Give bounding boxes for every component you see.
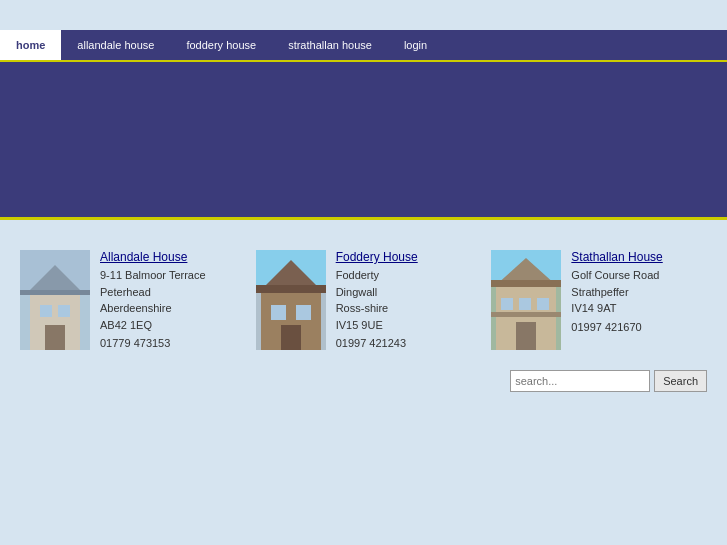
nav-bar: home allandale house foddery house strat… — [0, 30, 727, 60]
stathallan-info: Stathallan House Golf Course Road Strath… — [571, 250, 707, 333]
nav-item-allandale[interactable]: allandale house — [61, 30, 170, 60]
nav-item-foddery[interactable]: foddery house — [170, 30, 272, 60]
nav-item-login[interactable]: login — [388, 30, 443, 60]
allandale-phone: 01779 473153 — [100, 337, 236, 349]
svg-rect-12 — [271, 305, 286, 320]
svg-rect-5 — [58, 305, 70, 317]
svg-rect-15 — [256, 285, 326, 293]
properties-row: Allandale House 9-11 Balmoor Terrace Pet… — [20, 250, 707, 350]
hero-banner — [0, 60, 727, 220]
svg-rect-24 — [491, 280, 561, 287]
allandale-name-link[interactable]: Allandale House — [100, 250, 236, 264]
search-input[interactable] — [510, 370, 650, 392]
stathallan-name-link[interactable]: Stathallan House — [571, 250, 707, 264]
svg-rect-22 — [537, 298, 549, 310]
foddery-name-link[interactable]: Foddery House — [336, 250, 472, 264]
search-area: Search — [20, 370, 707, 392]
svg-rect-25 — [491, 312, 561, 317]
stathallan-phone: 01997 421670 — [571, 321, 707, 333]
svg-rect-21 — [519, 298, 531, 310]
allandale-info: Allandale House 9-11 Balmoor Terrace Pet… — [100, 250, 236, 349]
svg-rect-13 — [296, 305, 311, 320]
search-button[interactable]: Search — [654, 370, 707, 392]
svg-rect-14 — [281, 325, 301, 350]
nav-item-strathallan[interactable]: strathallan house — [272, 30, 388, 60]
nav-item-home[interactable]: home — [0, 30, 61, 60]
svg-rect-4 — [40, 305, 52, 317]
svg-rect-20 — [501, 298, 513, 310]
main-content: Allandale House 9-11 Balmoor Terrace Pet… — [0, 220, 727, 422]
header: home allandale house foddery house strat… — [0, 0, 727, 60]
svg-rect-7 — [20, 290, 90, 295]
property-card-stathallan: Stathallan House Golf Course Road Strath… — [491, 250, 707, 350]
foddery-phone: 01997 421243 — [336, 337, 472, 349]
svg-rect-6 — [45, 325, 65, 350]
foddery-info: Foddery House Fodderty Dingwall Ross-shi… — [336, 250, 472, 349]
property-card-allandale: Allandale House 9-11 Balmoor Terrace Pet… — [20, 250, 236, 350]
foddery-image — [256, 250, 326, 350]
stathallan-image — [491, 250, 561, 350]
property-card-foddery: Foddery House Fodderty Dingwall Ross-shi… — [256, 250, 472, 350]
svg-rect-23 — [516, 322, 536, 350]
stathallan-address: Golf Course Road Strathpeffer IV14 9AT — [571, 267, 707, 317]
allandale-image — [20, 250, 90, 350]
foddery-address: Fodderty Dingwall Ross-shire IV15 9UE — [336, 267, 472, 333]
allandale-address: 9-11 Balmoor Terrace Peterhead Aberdeens… — [100, 267, 236, 333]
